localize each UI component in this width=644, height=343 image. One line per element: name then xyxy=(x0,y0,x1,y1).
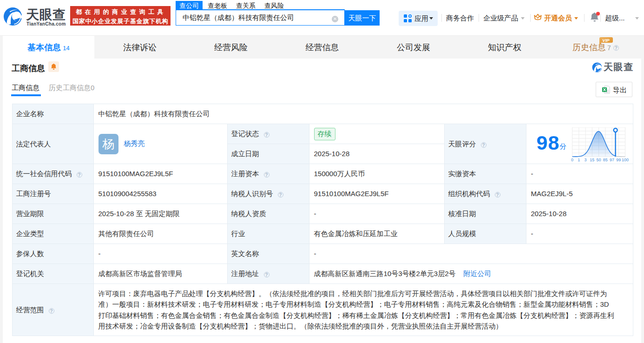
svg-text:VIP: VIP xyxy=(602,38,610,43)
